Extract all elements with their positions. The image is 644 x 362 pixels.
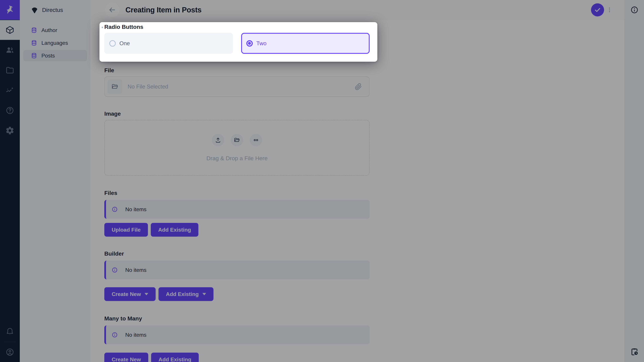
radio-buttons-field-card: Radio Buttons One Two — [100, 22, 377, 62]
radio-option[interactable]: Two — [241, 33, 370, 54]
radio-field-label: Radio Buttons — [104, 23, 143, 30]
radio-option[interactable]: One — [104, 33, 233, 54]
radio-checked-icon — [246, 40, 253, 46]
radio-option-label: Two — [256, 40, 267, 46]
required-dot — [102, 27, 103, 28]
radio-option-label: One — [120, 40, 130, 46]
radio-unchecked-icon — [109, 40, 116, 46]
radio-group: One Two — [104, 33, 370, 54]
